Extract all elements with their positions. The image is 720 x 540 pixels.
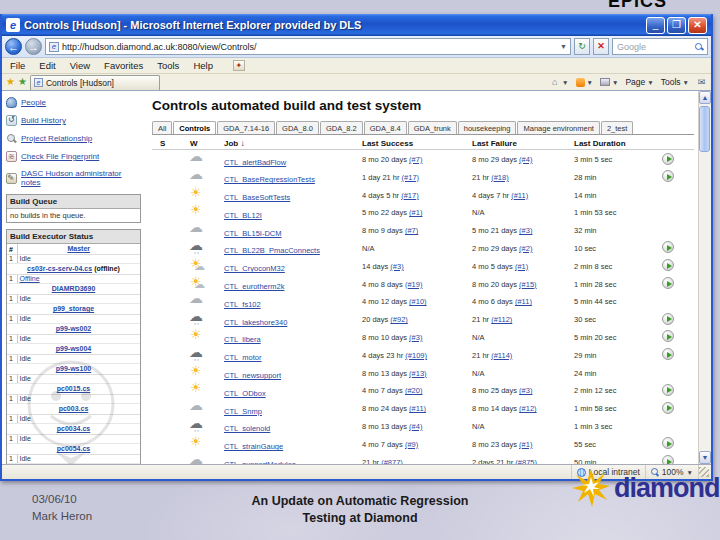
job-link[interactable]: CTL_lakeshore340 [224, 318, 287, 327]
build-number-link[interactable]: (#13) [409, 369, 427, 378]
build-number-link[interactable]: (#1) [515, 262, 528, 271]
feeds-button[interactable]: ▼ [576, 78, 593, 87]
build-number-link[interactable]: (#11) [515, 297, 532, 306]
menu-tools[interactable]: Tools [155, 60, 181, 71]
view-tab-2-test[interactable]: 2_test [601, 121, 633, 134]
schedule-build-icon[interactable] [662, 437, 674, 449]
build-number-link[interactable]: (#875) [515, 458, 537, 464]
snapshot-tool-icon[interactable]: ✦ [233, 60, 245, 71]
view-tab-controls[interactable]: Controls [173, 121, 216, 134]
executor-node-link[interactable]: DIAMRD3690 [52, 285, 96, 292]
build-number-link[interactable]: (#11) [409, 404, 426, 413]
search-input[interactable]: Google [612, 38, 708, 55]
build-number-link[interactable]: (#3) [519, 226, 532, 235]
menu-edit[interactable]: Edit [37, 60, 57, 71]
view-tab-manage-environment[interactable]: Manage environment [517, 121, 599, 134]
job-link[interactable]: CTL_motor [224, 353, 262, 362]
stop-button[interactable]: ✕ [593, 38, 609, 55]
view-tab-gda-8-0[interactable]: GDA_8.0 [276, 121, 319, 134]
build-number-link[interactable]: (#11) [511, 191, 528, 200]
build-number-link[interactable]: (#4) [519, 155, 532, 164]
schedule-build-icon[interactable] [662, 277, 674, 289]
job-link[interactable]: CTL_ODbox [224, 389, 266, 398]
view-tab-gda-8-4[interactable]: GDA_8.4 [364, 121, 407, 134]
job-link[interactable]: CTL_alertBadFlow [224, 158, 286, 167]
help-icon[interactable]: ✉ [696, 77, 707, 87]
search-icon[interactable] [695, 43, 703, 51]
schedule-build-icon[interactable] [662, 241, 674, 253]
schedule-build-icon[interactable] [662, 348, 674, 360]
build-number-link[interactable]: (#92) [390, 315, 408, 324]
col-weather[interactable]: W [184, 139, 224, 148]
scroll-up-arrow[interactable]: ▲ [699, 91, 711, 104]
job-link[interactable]: CTL_BL22B_PmacConnects [224, 246, 320, 255]
executor-node-link[interactable]: p99-ws002 [56, 325, 91, 332]
build-number-link[interactable]: (#7) [405, 226, 418, 235]
add-favorite-icon[interactable]: ★ [18, 77, 27, 87]
job-link[interactable]: CTL_CryoconM32 [224, 264, 285, 273]
menu-favorites[interactable]: Favorites [102, 60, 145, 71]
menu-view[interactable]: View [68, 60, 92, 71]
schedule-build-icon[interactable] [662, 330, 674, 342]
schedule-build-icon[interactable] [662, 259, 674, 271]
col-last-duration[interactable]: Last Duration [574, 139, 662, 148]
sidebar-item-check-fingerprint[interactable]: Check File Fingerprint [6, 151, 143, 162]
sidebar-item-people[interactable]: People [6, 97, 143, 108]
col-status[interactable]: S [152, 139, 184, 148]
build-number-link[interactable]: (#112) [491, 315, 512, 324]
view-tab-gda-8-2[interactable]: GDA_8.2 [320, 121, 363, 134]
forward-button[interactable]: → [25, 38, 42, 55]
executor-node-link[interactable]: p99_storage [53, 305, 94, 312]
scrollbar-thumb[interactable] [699, 106, 710, 152]
build-number-link[interactable]: (#20) [405, 386, 423, 395]
build-number-link[interactable]: (#9) [405, 440, 418, 449]
menu-help[interactable]: Help [191, 60, 215, 71]
tools-menu-button[interactable]: Tools▼ [661, 77, 689, 87]
home-button[interactable]: ⌂▼ [549, 77, 568, 87]
build-number-link[interactable]: (#3) [519, 386, 532, 395]
sidebar-link-label[interactable]: Build History [21, 116, 66, 125]
job-link[interactable]: CTL_libera [224, 335, 261, 344]
sidebar-link-label[interactable]: DASC Hudson administrator notes [21, 169, 143, 187]
view-tab-gda-7-14-16[interactable]: GDA_7.14-16 [217, 121, 275, 134]
job-link[interactable]: CTL_BaseRegressionTests [224, 175, 315, 184]
schedule-build-icon[interactable] [662, 455, 674, 464]
build-number-link[interactable]: (#18) [491, 173, 509, 182]
job-link[interactable]: CTL_BL12I [224, 211, 262, 220]
schedule-build-icon[interactable] [662, 170, 674, 182]
minimize-button[interactable]: _ [646, 17, 665, 34]
view-tab-gda-trunk[interactable]: GDA_trunk [408, 121, 457, 134]
build-number-link[interactable]: (#3) [409, 333, 422, 342]
build-number-link[interactable]: (#1) [409, 208, 422, 217]
sidebar-item-build-history[interactable]: Build History [6, 115, 143, 126]
view-tab-all[interactable]: All [152, 121, 172, 134]
build-number-link[interactable]: (#4) [409, 422, 422, 431]
job-link[interactable]: CTL_eurotherm2k [224, 282, 284, 291]
job-link[interactable]: CTL_strainGauge [224, 442, 283, 451]
build-number-link[interactable]: (#114) [491, 351, 512, 360]
build-number-link[interactable]: (#109) [405, 351, 427, 360]
view-tab-housekeeping[interactable]: housekeeping [458, 121, 517, 134]
col-last-failure[interactable]: Last Failure [472, 139, 574, 148]
col-last-success[interactable]: Last Success [362, 139, 472, 148]
print-button[interactable]: ▼ [600, 78, 618, 86]
build-number-link[interactable]: (#10) [409, 297, 427, 306]
executor-node-link[interactable]: p99-ws004 [56, 345, 91, 352]
job-link[interactable]: CTL_Snmp [224, 407, 262, 416]
schedule-build-icon[interactable] [662, 384, 674, 396]
build-number-link[interactable]: (#1) [519, 440, 532, 449]
job-link[interactable]: CTL_supportModules [224, 460, 296, 464]
sidebar-link-label[interactable]: Check File Fingerprint [21, 152, 99, 161]
page-menu-button[interactable]: Page▼ [625, 77, 653, 87]
sidebar-link-label[interactable]: People [21, 98, 46, 107]
maximize-button[interactable]: ❐ [667, 17, 686, 34]
build-number-link[interactable]: (#12) [519, 404, 537, 413]
job-link[interactable]: CTL_fs102 [224, 300, 261, 309]
build-number-link[interactable]: (#17) [401, 191, 419, 200]
favorites-star-icon[interactable]: ★ [6, 77, 15, 87]
schedule-build-icon[interactable] [662, 402, 674, 414]
sidebar-item-admin-notes[interactable]: DASC Hudson administrator notes [6, 169, 143, 187]
vertical-scrollbar[interactable]: ▲ ▼ [698, 91, 711, 464]
col-job[interactable]: Job ↓ [224, 139, 362, 148]
schedule-build-icon[interactable] [662, 153, 674, 165]
